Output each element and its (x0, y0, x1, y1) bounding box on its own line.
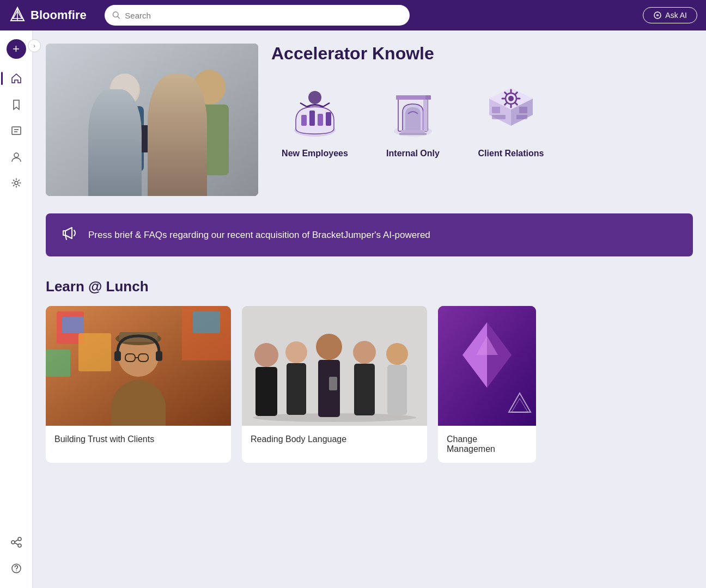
svg-rect-52 (492, 115, 506, 119)
client-relations-icon-wrapper (478, 77, 544, 142)
svg-point-76 (285, 341, 307, 363)
card-body-change-management: Change Managemen (438, 426, 536, 463)
svg-rect-20 (106, 106, 144, 171)
svg-rect-29 (309, 111, 315, 126)
svg-rect-28 (301, 115, 307, 126)
sidebar-item-help[interactable] (5, 558, 27, 579)
svg-rect-54 (516, 115, 527, 119)
svg-rect-40 (425, 95, 431, 100)
group-photo (242, 306, 427, 426)
svg-rect-57 (62, 317, 84, 333)
svg-rect-77 (287, 363, 306, 415)
svg-line-15 (15, 543, 18, 545)
svg-point-82 (386, 343, 408, 365)
home-icon (10, 72, 22, 84)
main-content: Accelerator Knowle (33, 30, 706, 588)
svg-rect-81 (354, 364, 375, 415)
svg-line-4 (118, 16, 119, 18)
ask-ai-button[interactable]: Ask AI (643, 7, 697, 23)
svg-point-78 (316, 334, 342, 360)
announcement-banner[interactable]: Press brief & FAQs regarding our recent … (46, 213, 693, 256)
content-cards-row: Building Trust with Clients (46, 306, 693, 463)
svg-point-10 (15, 181, 18, 185)
new-employees-icon-wrapper (282, 77, 348, 142)
svg-rect-31 (326, 112, 331, 126)
sidebar-item-posts[interactable] (5, 120, 27, 142)
svg-rect-39 (396, 95, 428, 100)
svg-point-17 (16, 571, 17, 572)
purple-illustration (438, 306, 536, 426)
create-new-button[interactable]: + (7, 39, 26, 59)
people-icon (10, 151, 22, 163)
card-title-building-trust: Building Trust with Clients (54, 434, 154, 444)
help-icon (10, 562, 22, 574)
hero-photo (46, 44, 258, 196)
diamond-illustration (438, 306, 536, 426)
announcement-text: Press brief & FAQs regarding our recent … (88, 230, 430, 241)
card-body-building-trust: Building Trust with Clients (46, 426, 231, 453)
svg-rect-53 (519, 107, 527, 113)
hero-right: Accelerator Knowle (271, 44, 693, 158)
content-card-building-trust[interactable]: Building Trust with Clients (46, 306, 231, 463)
internal-only-icon (383, 79, 443, 139)
top-navigation: Bloomfire Ask AI (0, 0, 706, 30)
card-title-reading-body: Reading Body Language (251, 434, 346, 444)
svg-rect-38 (399, 133, 427, 135)
svg-rect-61 (193, 311, 220, 333)
posts-icon (10, 125, 22, 137)
svg-rect-68 (114, 351, 121, 361)
sidebar-item-settings[interactable] (5, 172, 27, 194)
svg-line-48 (516, 103, 518, 105)
svg-rect-30 (318, 114, 323, 126)
hero-section: Accelerator Knowle (46, 44, 693, 196)
sidebar-collapse-button[interactable]: › (28, 39, 41, 52)
svg-line-50 (516, 93, 518, 94)
svg-line-49 (505, 103, 507, 105)
client-relations-label: Client Relations (478, 149, 544, 158)
card-title-change-management: Change Managemen (447, 434, 495, 454)
ask-ai-icon (653, 11, 662, 20)
svg-point-74 (254, 343, 278, 367)
svg-point-80 (353, 341, 376, 364)
search-icon (112, 11, 120, 20)
card-image-building-trust (46, 306, 231, 426)
svg-line-47 (505, 93, 507, 94)
section-title-learn: Learn @ Lunch (46, 278, 693, 295)
category-card-new-employees[interactable]: New Employees (271, 77, 358, 158)
svg-rect-83 (387, 365, 407, 415)
svg-point-23 (193, 70, 226, 105)
category-card-internal-only[interactable]: Internal Only (369, 77, 457, 158)
sidebar-item-bookmarks[interactable] (5, 94, 27, 115)
sidebar-bottom-items (5, 531, 27, 588)
category-card-client-relations[interactable]: Client Relations (467, 77, 555, 158)
svg-point-11 (11, 541, 15, 544)
client-relations-icon (481, 79, 541, 139)
svg-rect-37 (401, 130, 425, 133)
content-card-reading-body[interactable]: Reading Body Language (242, 306, 427, 463)
search-bar[interactable] (105, 5, 410, 26)
svg-point-32 (308, 91, 321, 104)
group-illustration (242, 306, 427, 426)
megaphone-svg (61, 224, 78, 242)
card-image-change-management (438, 306, 536, 426)
megaphone-icon (61, 224, 78, 246)
logo[interactable]: Bloomfire (9, 7, 96, 24)
sidebar-item-people[interactable] (5, 146, 27, 168)
svg-point-13 (18, 544, 21, 547)
svg-rect-51 (492, 107, 500, 113)
sidebar-item-home[interactable] (5, 68, 27, 89)
bloomfire-logo-icon (9, 7, 26, 24)
settings-icon (10, 177, 22, 189)
svg-line-33 (300, 103, 307, 107)
sidebar: + › (0, 30, 33, 588)
sidebar-item-integrations[interactable] (5, 531, 27, 553)
svg-rect-22 (171, 106, 198, 166)
internal-only-label: Internal Only (386, 149, 440, 158)
content-card-change-management[interactable]: Change Managemen (438, 306, 536, 463)
svg-point-12 (18, 537, 21, 541)
search-input[interactable] (125, 11, 402, 20)
svg-rect-25 (130, 125, 152, 152)
new-employees-label: New Employees (282, 149, 348, 158)
integrations-icon (10, 536, 22, 548)
svg-point-42 (508, 96, 514, 101)
